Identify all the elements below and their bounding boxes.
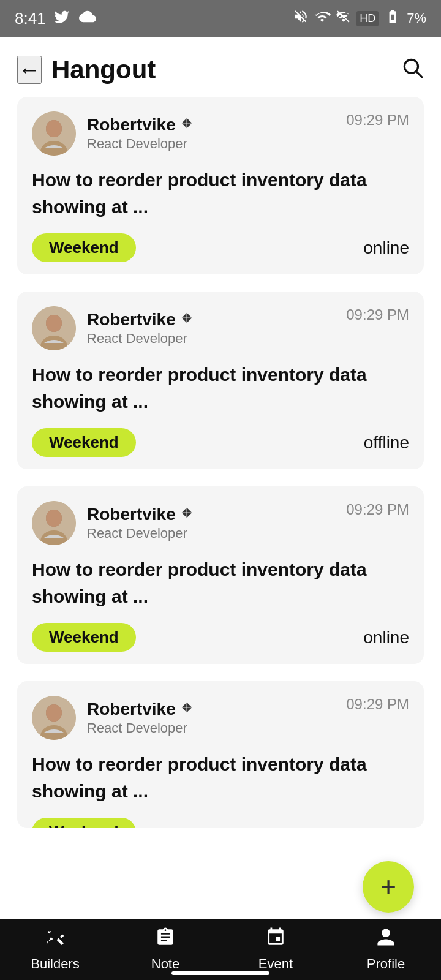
- nav-label-profile: Profile: [367, 956, 405, 972]
- back-button[interactable]: ←: [17, 56, 42, 84]
- nav-item-note[interactable]: Note: [129, 927, 202, 972]
- card-time: 09:29 PM: [346, 501, 409, 518]
- svg-point-5: [46, 120, 62, 137]
- hangout-card[interactable]: Robertvike React Developer 09:29 PM How …: [17, 292, 424, 469]
- user-text: Robertvike React Developer: [87, 310, 193, 347]
- hangout-card[interactable]: Robertvike React Developer 09:29 PM How …: [17, 486, 424, 664]
- user-name: Robertvike: [87, 310, 193, 330]
- status-left: 8:41: [15, 8, 97, 29]
- card-footer: Weekend --: [32, 818, 409, 828]
- card-status: online: [363, 238, 409, 258]
- card-time: 09:29 PM: [346, 306, 409, 323]
- eth-icon: [181, 117, 193, 133]
- nav-label-builders: Builders: [31, 956, 79, 972]
- eth-icon: [181, 701, 193, 717]
- mute-icon: [293, 9, 309, 28]
- time: 8:41: [15, 9, 46, 28]
- card-time: 09:29 PM: [346, 696, 409, 713]
- bottom-indicator: [172, 971, 270, 975]
- profile-icon: [375, 927, 396, 952]
- svg-point-12: [46, 315, 62, 332]
- user-name: Robertvike: [87, 505, 193, 524]
- signal-icon: [336, 9, 352, 28]
- nav-label-event: Event: [258, 956, 293, 972]
- card-header: Robertvike React Developer 09:29 PM: [32, 696, 409, 740]
- nav-label-note: Note: [151, 956, 179, 972]
- battery-icon: [383, 9, 402, 28]
- card-user-info: Robertvike React Developer: [32, 501, 193, 545]
- user-role: React Developer: [87, 720, 193, 736]
- user-text: Robertvike React Developer: [87, 505, 193, 541]
- event-icon: [265, 927, 286, 952]
- card-time: 09:29 PM: [346, 111, 409, 129]
- top-bar-left: ← Hangout: [17, 55, 156, 85]
- status-bar: 8:41 HD 7%: [0, 0, 441, 37]
- card-footer: Weekend online: [32, 623, 409, 652]
- card-body: How to reorder product inventory data sh…: [32, 167, 409, 220]
- eth-icon: [181, 507, 193, 522]
- hammer-icon: [45, 927, 66, 952]
- card-body: How to reorder product inventory data sh…: [32, 556, 409, 609]
- card-tag[interactable]: Weekend: [32, 428, 136, 457]
- hd-badge: HD: [356, 11, 379, 26]
- status-right: HD 7%: [293, 9, 426, 28]
- card-header: Robertvike React Developer 09:29 PM: [32, 501, 409, 545]
- cloud-icon: [78, 8, 97, 29]
- svg-point-19: [46, 510, 62, 527]
- user-text: Robertvike React Developer: [87, 115, 193, 152]
- card-tag[interactable]: Weekend: [32, 818, 136, 828]
- card-status: online: [363, 628, 409, 647]
- card-tag[interactable]: Weekend: [32, 233, 136, 262]
- wifi-icon: [314, 9, 331, 28]
- svg-point-26: [46, 704, 62, 722]
- card-body: How to reorder product inventory data sh…: [32, 751, 409, 804]
- avatar: [32, 306, 76, 350]
- nav-item-event[interactable]: Event: [239, 927, 312, 972]
- top-bar: ← Hangout: [0, 37, 441, 97]
- nav-item-profile[interactable]: Profile: [349, 927, 423, 972]
- user-name: Robertvike: [87, 699, 193, 719]
- twitter-icon: [53, 8, 70, 29]
- card-list: Robertvike React Developer 09:29 PM How …: [0, 97, 441, 845]
- svg-line-1: [417, 72, 422, 77]
- avatar: [32, 111, 76, 156]
- user-name: Robertvike: [87, 115, 193, 135]
- card-footer: Weekend online: [32, 233, 409, 262]
- bottom-nav: Builders Note Event Profile: [0, 919, 441, 980]
- eth-icon: [181, 312, 193, 328]
- plus-icon: +: [380, 873, 396, 900]
- card-status: --: [398, 823, 409, 829]
- user-role: React Developer: [87, 526, 193, 541]
- card-tag[interactable]: Weekend: [32, 623, 136, 652]
- card-header: Robertvike React Developer 09:29 PM: [32, 111, 409, 156]
- card-user-info: Robertvike React Developer: [32, 306, 193, 350]
- user-role: React Developer: [87, 136, 193, 152]
- note-icon: [155, 927, 176, 952]
- battery-percent: 7%: [407, 10, 426, 26]
- card-footer: Weekend offline: [32, 428, 409, 457]
- hangout-card[interactable]: Robertvike React Developer 09:29 PM How …: [17, 681, 424, 828]
- card-status: offline: [364, 433, 409, 453]
- avatar: [32, 501, 76, 545]
- card-header: Robertvike React Developer 09:29 PM: [32, 306, 409, 350]
- user-text: Robertvike React Developer: [87, 699, 193, 736]
- page-title: Hangout: [51, 55, 156, 85]
- card-user-info: Robertvike React Developer: [32, 111, 193, 156]
- nav-item-builders[interactable]: Builders: [18, 927, 92, 972]
- add-button[interactable]: +: [363, 861, 414, 913]
- user-role: React Developer: [87, 331, 193, 347]
- avatar: [32, 696, 76, 740]
- hangout-card[interactable]: Robertvike React Developer 09:29 PM How …: [17, 97, 424, 274]
- card-body: How to reorder product inventory data sh…: [32, 361, 409, 415]
- search-button[interactable]: [401, 56, 424, 85]
- card-user-info: Robertvike React Developer: [32, 696, 193, 740]
